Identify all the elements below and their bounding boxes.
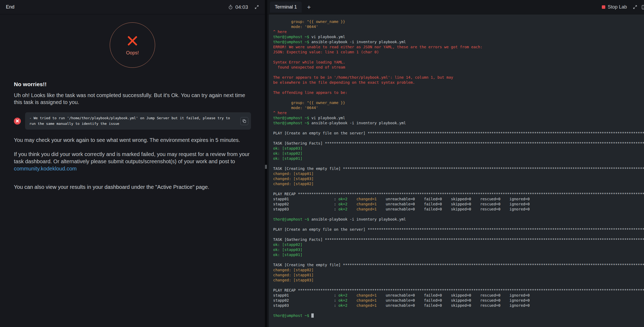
terminal-line: PLAY [Create an empty file on the server… xyxy=(273,227,644,232)
terminal-line: thor@jumphost ~$ ansible-playbook -i inv… xyxy=(273,121,644,126)
terminal-line: ERROR! We were unable to read either as … xyxy=(273,45,644,50)
oops-label: Oops! xyxy=(126,50,139,56)
terminal-line: TASK [Creating the empty file] *********… xyxy=(273,166,644,171)
terminal-line xyxy=(273,212,644,217)
terminal-line: ok: [stapp02] xyxy=(273,151,644,156)
terminal-line: TASK [Gathering Facts] *****************… xyxy=(273,141,644,146)
timer: 04:03 xyxy=(228,4,248,10)
terminal-line: stapp01 : ok=2 changed=1 unreachable=0 f… xyxy=(273,197,644,202)
result-heading: No worries!! xyxy=(14,81,251,87)
terminal-topbar: Terminal 1 + Stop Lab xyxy=(267,0,644,14)
terminal-line xyxy=(273,95,644,100)
terminal-line: ok: [stapp01] xyxy=(273,156,644,161)
terminal-line: TASK [Gathering Facts] *****************… xyxy=(273,237,644,242)
terminal-line: found unexpected end of stream xyxy=(273,65,644,70)
tab-terminal-1[interactable]: Terminal 1 xyxy=(270,2,302,13)
terminal-line: ^ here xyxy=(273,110,644,115)
terminal-line xyxy=(273,283,644,288)
terminal-line: be elsewhere in the file depending on th… xyxy=(273,80,644,85)
stop-icon xyxy=(602,5,605,9)
layout-icon[interactable] xyxy=(642,5,644,10)
stopwatch-icon xyxy=(228,5,233,9)
terminal-line: TASK [Creating the empty file] *********… xyxy=(273,262,644,268)
terminal-line: changed: [stapp03] xyxy=(273,278,644,283)
terminal-line xyxy=(273,308,644,313)
stop-lab-label: Stop Lab xyxy=(608,4,627,10)
terminal-line: Syntax Error while loading YAML. xyxy=(273,60,644,65)
left-topbar: End 04:03 xyxy=(0,0,265,14)
terminal-line: stapp02 : ok=2 changed=1 unreachable=0 f… xyxy=(273,202,644,207)
copy-icon xyxy=(242,119,246,123)
terminal-line: mode: '0644' xyxy=(273,24,644,29)
panel-divider xyxy=(265,0,267,327)
review-message: If you think you did your work correctly… xyxy=(14,151,251,172)
terminal-line: mode: '0644' xyxy=(273,105,644,110)
terminal-line: stapp03 : ok=2 changed=1 unreachable=0 f… xyxy=(273,207,644,212)
expand-panel-icon[interactable] xyxy=(254,5,259,9)
terminal-line: The error appears to be in '/home/thor/p… xyxy=(273,75,644,80)
copy-button[interactable] xyxy=(240,117,248,125)
add-terminal-button[interactable]: + xyxy=(307,4,311,10)
error-command-box: - We tried to run '/home/thor/playbook/p… xyxy=(25,112,251,130)
timer-value: 04:03 xyxy=(235,4,248,10)
terminal-line: stapp02 : ok=2 changed=1 unreachable=0 f… xyxy=(273,298,644,303)
error-callout: - We tried to run '/home/thor/playbook/p… xyxy=(14,112,251,130)
oops-circle: Oops! xyxy=(110,22,155,68)
terminal-line: changed: [stapp01] xyxy=(273,171,644,176)
terminal-line: thor@jumphost ~$ ansible-playbook -i inv… xyxy=(273,217,644,222)
terminal-line: changed: [stapp02] xyxy=(273,268,644,273)
terminal-line xyxy=(273,85,644,90)
terminal-panel: Terminal 1 + Stop Lab group: "{{ owner_n… xyxy=(267,0,644,327)
terminal-line: changed: [stapp03] xyxy=(273,176,644,181)
result-message: Uh oh! Looks like the task was not compl… xyxy=(14,92,249,106)
terminal-line: thor@jumphost ~$ xyxy=(273,313,644,318)
terminal-line xyxy=(273,222,644,227)
terminal-line: ok: [stapp01] xyxy=(273,252,644,257)
terminal-output[interactable]: group: "{{ owner_name }} mode: '0644'^ h… xyxy=(269,14,644,327)
x-circle-icon xyxy=(14,118,21,125)
terminal-line: ok: [stapp03] xyxy=(273,146,644,151)
terminal-line xyxy=(273,161,644,166)
terminal-line: The offending line appears to be: xyxy=(273,90,644,95)
dashboard-message: You can also view your results in your d… xyxy=(14,184,251,191)
terminal-line xyxy=(273,136,644,141)
terminal-line xyxy=(273,55,644,60)
terminal-line: changed: [stapp01] xyxy=(273,273,644,278)
terminal-line: thor@jumphost ~$ vi playbook.yml xyxy=(273,115,644,121)
check-message: You may check your work again to see wha… xyxy=(14,137,251,144)
task-result-panel: End 04:03 Oops! No worries!! Uh oh! Look… xyxy=(0,0,265,327)
terminal-line: PLAY RECAP *****************************… xyxy=(273,192,644,197)
terminal-line: PLAY RECAP *****************************… xyxy=(273,288,644,293)
terminal-line: thor@jumphost ~$ vi playbook.yml xyxy=(273,34,644,39)
result-content: Oops! No worries!! Uh oh! Looks like the… xyxy=(0,14,265,191)
stop-lab-button[interactable]: Stop Lab xyxy=(602,4,627,10)
divider-handle[interactable] xyxy=(265,165,267,169)
end-button[interactable]: End xyxy=(6,4,14,10)
review-text: If you think you did your work correctly… xyxy=(14,151,250,164)
terminal-line xyxy=(273,70,644,75)
terminal-line: stapp01 : ok=2 changed=1 unreachable=0 f… xyxy=(273,293,644,298)
community-link[interactable]: community.kodekloud.com xyxy=(14,166,77,172)
terminal-line xyxy=(273,232,644,237)
terminal-line: group: "{{ owner_name }} xyxy=(273,19,644,24)
terminal-line: thor@jumphost ~$ ansible-playbook -i inv… xyxy=(273,39,644,45)
terminal-line xyxy=(273,126,644,131)
terminal-line: JSON: Expecting value: line 1 column 1 (… xyxy=(273,50,644,55)
terminal-line: group: "{{ owner_name }} xyxy=(273,100,644,105)
terminal-line xyxy=(273,257,644,262)
terminal-line xyxy=(273,186,644,192)
terminal-line: ^ here xyxy=(273,29,644,34)
terminal-line: ok: [stapp02] xyxy=(273,242,644,247)
terminal-line: PLAY [Create an empty file on the server… xyxy=(273,131,644,136)
expand-terminal-icon[interactable] xyxy=(633,5,637,9)
terminal-line: ok: [stapp03] xyxy=(273,247,644,252)
error-x-icon xyxy=(126,35,139,47)
terminal-line: changed: [stapp02] xyxy=(273,181,644,186)
terminal-line: stapp03 : ok=2 changed=1 unreachable=0 f… xyxy=(273,303,644,308)
error-command-text: - We tried to run '/home/thor/playbook/p… xyxy=(29,116,230,126)
